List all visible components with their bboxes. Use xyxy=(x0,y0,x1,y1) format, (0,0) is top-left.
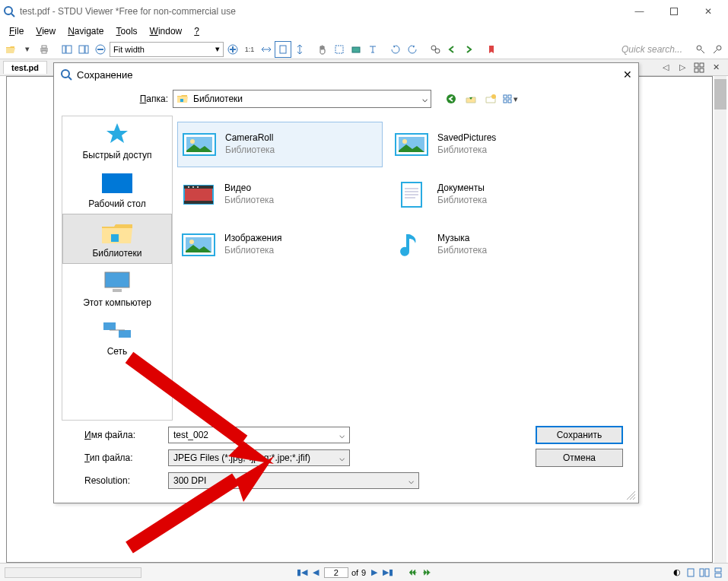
menu-view[interactable]: View xyxy=(30,24,62,38)
tab-prev-icon[interactable]: ◁ xyxy=(658,60,673,75)
cancel-button[interactable]: Отмена xyxy=(536,449,623,467)
hand-tool-icon[interactable] xyxy=(315,42,330,57)
menu-file[interactable]: File xyxy=(3,24,30,38)
back-icon[interactable] xyxy=(444,42,459,57)
chevron-down-icon: ⌵ xyxy=(409,475,414,486)
svg-point-35 xyxy=(62,70,69,78)
last-page-icon[interactable]: ▶▮ xyxy=(383,567,393,578)
search-next-icon[interactable] xyxy=(710,42,725,57)
bookmark-icon[interactable] xyxy=(484,42,499,57)
lib-cameraroll[interactable]: CameraRollБиблиотека xyxy=(177,122,383,167)
tab-grid-icon[interactable] xyxy=(691,60,707,75)
svg-rect-49 xyxy=(119,330,131,338)
print-icon[interactable] xyxy=(37,42,52,57)
dialog-form: Имя файла: test_002⌵ Сохранить Тип файла… xyxy=(54,421,638,503)
resize-grip-icon[interactable] xyxy=(625,490,636,500)
svg-rect-5 xyxy=(42,51,46,53)
fit-height-icon[interactable] xyxy=(292,42,307,57)
tab-next-icon[interactable]: ▷ xyxy=(675,60,690,75)
next-page-icon[interactable]: ▶ xyxy=(369,567,380,578)
tab-doc1[interactable]: test.pd xyxy=(3,61,47,74)
view-menu-icon[interactable]: ▾ xyxy=(503,91,518,106)
first-page-icon[interactable]: ▮◀ xyxy=(297,567,307,578)
folder-select[interactable]: Библиотеки ⌵ xyxy=(173,90,431,108)
minimize-button[interactable]: — xyxy=(622,0,656,23)
two-page-icon[interactable] xyxy=(699,567,710,578)
lib-video[interactable]: ВидеоБиблиотека xyxy=(177,172,383,217)
svg-rect-4 xyxy=(42,46,46,48)
vertical-scrollbar[interactable] xyxy=(714,76,726,563)
svg-rect-37 xyxy=(180,99,183,102)
zoom-select[interactable]: Fit width▾ xyxy=(110,42,224,57)
filename-label: Имя файла: xyxy=(69,430,161,440)
resolution-select[interactable]: 300 DPI⌵ xyxy=(168,472,419,489)
svg-rect-45 xyxy=(111,234,119,242)
filename-input[interactable]: test_002⌵ xyxy=(168,427,350,443)
sidebar-toggle2-icon[interactable] xyxy=(76,42,91,57)
svg-line-1 xyxy=(11,14,14,17)
place-desktop[interactable]: Рабочий стол xyxy=(62,165,172,214)
up-folder-icon[interactable] xyxy=(463,91,478,106)
menu-help[interactable]: ? xyxy=(188,24,205,38)
prev-page-icon[interactable]: ◀ xyxy=(310,567,321,578)
fit-page-icon[interactable] xyxy=(275,42,291,57)
svg-rect-31 xyxy=(700,569,704,576)
maximize-button[interactable] xyxy=(656,0,691,23)
fit-width-icon[interactable] xyxy=(259,42,274,57)
nav-back-icon[interactable]: ⯬ xyxy=(407,567,418,578)
svg-line-25 xyxy=(714,50,717,53)
select-tool-icon[interactable] xyxy=(332,42,347,57)
picture-icon xyxy=(180,228,217,262)
menu-window[interactable]: Window xyxy=(144,24,189,38)
svg-line-72 xyxy=(630,494,635,500)
continuous-icon[interactable] xyxy=(713,567,723,578)
horizontal-scrollbar[interactable] xyxy=(5,567,141,578)
svg-rect-9 xyxy=(85,46,88,53)
svg-rect-32 xyxy=(705,569,709,576)
save-button[interactable]: Сохранить xyxy=(536,426,623,444)
sidebar-toggle-icon[interactable] xyxy=(59,42,75,57)
lib-savedpictures[interactable]: SavedPicturesБиблиотека xyxy=(390,122,596,167)
rotate-right-icon[interactable] xyxy=(405,42,420,57)
rotate-left-icon[interactable] xyxy=(388,42,403,57)
go-back-icon[interactable] xyxy=(443,91,459,106)
dialog-close-icon[interactable]: ✕ xyxy=(623,68,632,81)
new-folder-icon[interactable] xyxy=(483,91,498,106)
chevron-down-icon: ⌵ xyxy=(422,94,428,104)
desktop-icon xyxy=(99,170,135,197)
dialog-icon xyxy=(60,68,72,81)
place-libraries[interactable]: Библиотеки xyxy=(62,214,172,264)
nav-fwd-icon[interactable]: ⯮ xyxy=(421,567,431,578)
doc-icon xyxy=(393,178,430,211)
svg-point-0 xyxy=(5,7,12,14)
lib-images[interactable]: ИзображенияБиблиотека xyxy=(177,222,383,268)
close-button[interactable]: ✕ xyxy=(691,0,725,23)
app-icon xyxy=(3,5,15,17)
filetype-select[interactable]: JPEG Files (*.jpg;*.jpeg;*.jpe;*.jfif)⌵ xyxy=(168,449,350,466)
resolution-label: Resolution: xyxy=(69,475,161,486)
place-quick[interactable]: Быстрый доступ xyxy=(62,116,172,165)
open-icon[interactable] xyxy=(3,42,18,57)
fit-actual-icon[interactable]: 1:1 xyxy=(242,42,257,57)
snapshot-icon[interactable] xyxy=(348,42,364,57)
zoom-in-icon[interactable] xyxy=(225,42,240,57)
quick-search-input[interactable]: Quick search... xyxy=(622,44,682,55)
file-list[interactable]: CameraRollБиблиотека SavedPicturesБиблио… xyxy=(173,116,631,421)
forward-icon[interactable] xyxy=(461,42,476,57)
brightness-icon[interactable]: ◐ xyxy=(672,567,682,578)
svg-point-61 xyxy=(192,186,194,188)
single-page-icon[interactable] xyxy=(685,567,696,578)
text-select-icon[interactable] xyxy=(365,42,380,57)
zoom-out-icon[interactable] xyxy=(93,42,108,57)
lib-music[interactable]: МузыкаБиблиотека xyxy=(390,222,596,268)
search-prev-icon[interactable] xyxy=(693,42,708,57)
lib-documents[interactable]: ДокументыБиблиотека xyxy=(390,172,596,217)
tab-close-icon[interactable]: ✕ xyxy=(708,60,723,75)
place-network[interactable]: Сеть xyxy=(62,313,172,361)
dropdown-icon[interactable]: ▾ xyxy=(20,42,35,57)
page-current[interactable]: 2 xyxy=(334,568,339,577)
menu-tools[interactable]: Tools xyxy=(110,24,144,38)
menu-navigate[interactable]: Navigate xyxy=(62,24,110,38)
place-thispc[interactable]: Этот компьютер xyxy=(62,264,172,313)
find-icon[interactable] xyxy=(428,42,443,57)
